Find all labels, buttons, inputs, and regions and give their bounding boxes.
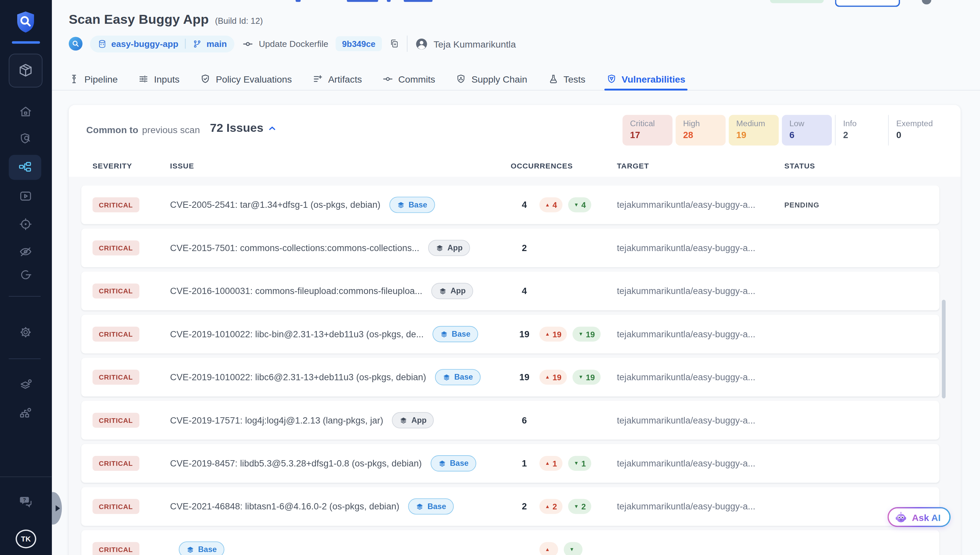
- sidebar-item-settings[interactable]: [18, 325, 33, 340]
- table-row[interactable]: CRITICAL CVE-2019-8457: libdb5.3@5.3.28+…: [81, 444, 939, 483]
- target-name: tejakummarikuntla/easy-buggy-a...: [617, 458, 785, 468]
- occurrences-count: 19: [510, 372, 538, 382]
- sidebar: ? TK: [0, 0, 52, 555]
- occurrences-count: 19: [510, 329, 538, 339]
- issues-list: CRITICAL CVE-2005-2541: tar@1.34+dfsg-1 …: [69, 177, 961, 555]
- issues-count-toggle[interactable]: 72 Issues: [210, 121, 278, 135]
- tab-commits[interactable]: Commits: [383, 67, 435, 90]
- tab-pipeline[interactable]: Pipeline: [69, 67, 118, 90]
- layer-tag: Base: [389, 197, 435, 213]
- table-row[interactable]: CRITICAL CVE-2015-7501: commons-collecti…: [81, 229, 939, 267]
- severity-card-exempted[interactable]: Exempted 0: [888, 115, 938, 146]
- target-name: tejakummarikuntla/easy-buggy-a...: [617, 243, 785, 253]
- column-target: TARGET: [617, 162, 785, 170]
- tab-supply-chain[interactable]: Supply Chain: [456, 67, 527, 90]
- severity-badge: CRITICAL: [93, 370, 139, 385]
- increase-pill: ▲19: [539, 370, 567, 385]
- table-row[interactable]: CRITICAL CVE-2019-1010022: libc-bin@2.31…: [81, 315, 939, 353]
- column-status: STATUS: [784, 162, 961, 170]
- ask-ai-button[interactable]: Ask AI: [887, 507, 951, 527]
- person-icon: [415, 37, 428, 50]
- shield-network-icon: [456, 73, 467, 84]
- shield-bug-icon: [606, 73, 616, 84]
- increase-pill: ▲4: [539, 197, 562, 212]
- settings-gear-icon: [19, 326, 33, 339]
- sidebar-item-tickets[interactable]: [18, 267, 33, 282]
- page-title: Scan Easy Buggy App: [69, 12, 209, 27]
- pipeline-icon: [18, 160, 32, 175]
- target-icon: [19, 217, 33, 231]
- copy-icon[interactable]: [389, 38, 399, 48]
- vulnerabilities-panel: Common to previous scan 72 Issues Critic…: [69, 105, 961, 555]
- triangle-down-icon: ▼: [574, 202, 579, 207]
- tab-tests[interactable]: Tests: [548, 67, 585, 90]
- repository-icon: [98, 39, 107, 48]
- sidebar-expand-handle[interactable]: [52, 492, 62, 525]
- sidebar-item-home[interactable]: [18, 104, 33, 119]
- sidebar-item-scans[interactable]: [18, 131, 33, 146]
- table-row[interactable]: CRITICAL CVE-2019-1010022: libc6@2.31-13…: [81, 358, 939, 396]
- layers-settings-icon: [19, 378, 33, 392]
- layer-tag-label: Base: [198, 545, 217, 554]
- chevron-right-icon: [55, 505, 60, 512]
- increase-pill: ▲1: [539, 456, 562, 471]
- layer-tag-label: App: [411, 416, 426, 425]
- decrease-pill: ▼: [564, 542, 583, 555]
- clipped-action-button[interactable]: [835, 0, 900, 7]
- severity-card-low[interactable]: Low 6: [782, 115, 832, 146]
- sidebar-item-base-images[interactable]: [18, 377, 33, 392]
- table-row[interactable]: CRITICAL CVE-2016-1000031: commons-fileu…: [81, 271, 939, 310]
- clipped-nav-fragment: [296, 0, 301, 2]
- tab-label: Commits: [398, 73, 435, 84]
- table-row[interactable]: CRITICAL CVE-2021-46848: libtasn1-6@4.16…: [81, 487, 939, 526]
- severity-card-high[interactable]: High 28: [676, 115, 726, 146]
- build-id-label: (Build Id: 12): [215, 16, 263, 26]
- layer-tag-label: Base: [454, 373, 473, 382]
- scrollbar-thumb[interactable]: [942, 300, 946, 398]
- pill-divider: [185, 38, 186, 48]
- table-row[interactable]: CRITICAL Base ▲ ▼: [81, 530, 939, 555]
- sidebar-item-exemptions[interactable]: [18, 244, 33, 259]
- sidebar-divider: [9, 296, 40, 297]
- tab-artifacts[interactable]: Artifacts: [312, 67, 362, 90]
- sidebar-item-executions[interactable]: [18, 189, 33, 204]
- header-divider: [407, 36, 407, 52]
- tab-policy-evaluations[interactable]: Policy Evaluations: [200, 67, 291, 90]
- layer-tag: Base: [430, 455, 476, 472]
- repo-branch-pill[interactable]: easy-buggy-app main: [90, 35, 235, 52]
- issue-title: CVE-2019-1010022: libc-bin@2.31-13+deb11…: [170, 329, 423, 339]
- tab-inputs[interactable]: Inputs: [138, 67, 180, 90]
- severity-card-medium[interactable]: Medium 19: [729, 115, 779, 146]
- occurrences-count: 2: [510, 243, 538, 253]
- issue-title: CVE-2019-1010022: libc6@2.31-13+deb11u3 …: [170, 372, 426, 382]
- tab-vulnerabilities[interactable]: Vulnerabilities: [606, 67, 686, 90]
- commit-message-group: Update Dockerfile: [242, 38, 328, 50]
- commit-sha-pill[interactable]: 9b349ce: [336, 36, 382, 51]
- tabs-bar: Pipeline Inputs Policy Evaluations Artif…: [52, 67, 980, 90]
- app-logo[interactable]: [14, 9, 38, 35]
- sidebar-item-integrations[interactable]: [18, 405, 33, 420]
- clipped-profile-icon[interactable]: [922, 0, 931, 4]
- increase-pill: ▲2: [539, 499, 562, 514]
- shield-scan-icon: [19, 132, 33, 146]
- branch-name: main: [206, 38, 227, 48]
- tab-label: Supply Chain: [471, 73, 527, 84]
- sidebar-item-targets[interactable]: [18, 217, 33, 232]
- severity-count: 6: [789, 130, 832, 140]
- scan-info-row: easy-buggy-app main Update Dockerfile 9b…: [69, 35, 516, 53]
- logo-underline: [12, 41, 40, 44]
- layers-icon: [415, 502, 424, 511]
- sidebar-item-help[interactable]: ?: [18, 494, 33, 509]
- sidebar-item-product-switcher[interactable]: [9, 54, 42, 88]
- clipped-status-pill: [770, 0, 824, 3]
- severity-card-critical[interactable]: Critical 17: [623, 115, 673, 146]
- severity-label: Critical: [630, 119, 673, 128]
- table-row[interactable]: CRITICAL CVE-2005-2541: tar@1.34+dfsg-1 …: [81, 185, 939, 224]
- severity-badge: CRITICAL: [93, 327, 139, 342]
- severity-label: Exempted: [896, 119, 938, 128]
- layer-tag: Base: [435, 369, 480, 385]
- sidebar-item-pipelines[interactable]: [9, 155, 41, 180]
- severity-card-info[interactable]: Info 2: [835, 115, 885, 146]
- table-row[interactable]: CRITICAL CVE-2019-17571: log4j:log4j@1.2…: [81, 401, 939, 440]
- user-avatar[interactable]: TK: [16, 529, 36, 549]
